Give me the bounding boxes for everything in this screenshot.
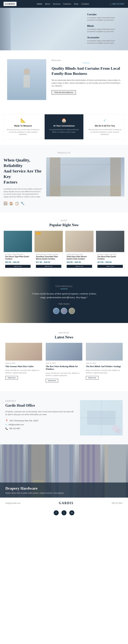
product-icon-3: 📋 [15, 202, 19, 206]
news-img-2 [46, 343, 82, 360]
phone-icon: 📞 [5, 428, 8, 430]
products-title: When Quality, Reliability And Service Ar… [4, 158, 43, 185]
svg-rect-6 [60, 164, 110, 165]
welcome-cta-button[interactable]: Find out more about us [52, 90, 76, 95]
testimonials-section: Testimonials "I chose Gardis because of … [0, 276, 128, 323]
add-to-cart-4[interactable]: Add To Cart [97, 265, 123, 268]
product-info-4: Exclusive Curtains, Valor Elite Zen Nova… [96, 252, 124, 269]
news-body-2: Donec sed odio dui. Cras justo odio, dap… [46, 372, 82, 377]
avatar-2[interactable] [61, 308, 67, 314]
nav-shop[interactable]: Shop [74, 3, 78, 5]
add-to-cart-2[interactable]: Add To Cart [36, 265, 61, 268]
all-icon: ✓ [88, 118, 121, 123]
news-card-2: June 12, 2017 The Best Noise Reducing Bl… [46, 343, 82, 382]
news-body-3: Donec sed odio dui. Cras justo odio, dap… [86, 369, 123, 374]
features-section: 📐 Made To Measure We may have your norma… [0, 109, 128, 145]
logo-area: GARDIS [4, 2, 17, 6]
gallery-subtitle: Nullam dictum felis eu pede mollis preti… [5, 492, 123, 494]
svg-point-12 [115, 428, 121, 434]
contact-phone: 📞 800 123 4567 [5, 428, 75, 430]
product-brand-3: Jayline Brands, Slim Mist [67, 254, 92, 255]
gallery-title: Drapery Hardware [5, 486, 123, 491]
social-linkedin[interactable]: in [69, 510, 74, 515]
news-grid: June 12, 2017 This Seasons Must-Have Sty… [5, 343, 123, 382]
nav-features[interactable]: Features [63, 3, 71, 5]
welcome-image-inner [7, 59, 46, 100]
add-to-cart-3[interactable]: Add To Cart [67, 265, 92, 268]
news-read-more-3[interactable]: Read more [86, 376, 98, 380]
contact-address: 📍 1251 Third Avenue New York, 10010 [5, 420, 75, 422]
welcome-text: Welcome Quality Blinds And Curtains From… [52, 59, 121, 95]
news-read-more-1[interactable]: Read more [5, 376, 18, 380]
testimonials-quote: "I chose Gardis because of their speed o… [29, 292, 99, 300]
products-layout: When Quality, Reliability And Service Ar… [4, 158, 124, 206]
news-section: Archive Latest News June 12, 2017 This S… [0, 323, 128, 391]
shop-section: Shop Popular Right Now Zen Decor, Eige-P… [0, 212, 128, 276]
product-price-4: $27.99 – $29.99 [97, 261, 123, 263]
news-card-1: June 12, 2017 This Seasons Must-Have Sty… [5, 343, 42, 382]
hero-curtains-title: Curtains [87, 13, 123, 16]
product-img-4 [96, 231, 124, 252]
welcome-title: Quality Blinds And Curtains From Local F… [52, 66, 121, 76]
product-name-4: Zen Nova Plain Eyelet Curtains [97, 256, 123, 260]
testimonials-avatars [7, 308, 121, 314]
contact-label: Contact [5, 400, 75, 402]
hero-sidebar: Curtains An extensive range of decorativ… [87, 13, 123, 48]
product-info-3: Jayline Brands, Slim Mist Sofia Eany Pla… [65, 252, 93, 269]
news-title-2: The Best Noise Reducing Blinds for Windo… [46, 365, 82, 371]
convenience-icon: 🏠 [47, 118, 81, 123]
nav-about[interactable]: About [45, 3, 50, 5]
contact-email: ✉ info@yourskte.com [5, 424, 75, 426]
feature-card-all: ✓ We Do It All For You We may have your … [85, 114, 124, 140]
footer-email: info@yourskte.com [5, 502, 21, 504]
email-icon: ✉ [5, 424, 7, 426]
news-label: Archive [5, 332, 123, 334]
shop-title: Popular Right Now [4, 223, 124, 227]
product-price-2: $37.99 – $38.09 [36, 261, 61, 263]
social-facebook[interactable]: f [54, 510, 59, 515]
social-twitter[interactable]: t [62, 510, 66, 515]
product-info-2: Another Brands, Grayzone Curtains Guestl… [35, 252, 63, 269]
location-icon: 📍 [5, 420, 8, 422]
gallery-overlay: Drapery Hardware Nullam dictum felis eu … [0, 482, 128, 498]
contact-body: At Gardis, customers are our first prior… [5, 410, 75, 416]
product-price-3: $49.99 – $50.99 [67, 261, 92, 263]
measure-icon: 📐 [7, 118, 40, 123]
main-nav: Home About Services Features Shop Contac… [37, 3, 89, 5]
products-grid: Zen Decor, Eige-Plain Event Zen Decor, E… [4, 230, 124, 270]
all-title: We Do It All For You [88, 124, 121, 127]
nav-services[interactable]: Services [53, 3, 60, 5]
feature-card-convenience: 🏠 At Your Convenience Our typical lead t… [44, 114, 84, 140]
all-body: We may have your normal needs of setting… [88, 128, 121, 136]
contact-section: Contact Gardis Head Office At Gardis, cu… [0, 391, 128, 444]
product-name-1: Zen Decor, Eige-Plain Eyelet Curtains [5, 256, 31, 260]
product-price-1: $55.99 – $60.99 [5, 261, 31, 263]
svg-point-0 [24, 68, 30, 75]
testimonials-author: Helen Gordon [7, 303, 121, 305]
news-title-1: This Seasons Must-Have Styles [5, 365, 42, 368]
product-img-3 [65, 231, 93, 252]
nav-contacts[interactable]: Contacts [81, 3, 89, 5]
svg-rect-5 [50, 186, 121, 196]
avatar-1[interactable] [53, 308, 59, 314]
news-date-2: June 12, 2017 [46, 362, 82, 364]
add-to-cart-1[interactable]: Add To Cart [5, 265, 31, 268]
nav-home[interactable]: Home [37, 3, 42, 5]
footer-social: f t in [0, 508, 128, 519]
news-img-1 [5, 343, 42, 360]
contact-map [80, 400, 123, 436]
testimonials-label: Testimonials [7, 286, 121, 287]
logo[interactable]: GARDIS [4, 2, 17, 6]
products-icon-grid: 🪟 🏠 📋 🔧 [4, 202, 43, 206]
testimonials-divider [60, 289, 68, 289]
news-read-more-2[interactable]: Read more [46, 379, 58, 382]
gallery-section: Drapery Hardware Nullam dictum felis eu … [0, 444, 128, 498]
welcome-divider [83, 63, 90, 63]
avatar-3[interactable] [69, 308, 75, 314]
product-name-2: Guestline Chocolate Plain Woven Eyelet C… [36, 256, 61, 260]
product-card-3: Jayline Brands, Slim Mist Sofia Eany Pla… [65, 230, 94, 270]
news-title: Latest News [5, 335, 123, 339]
products-image-inner [46, 158, 124, 196]
footer-phone: 800 123 4567 [112, 502, 123, 504]
products-text: When Quality, Reliability And Service Ar… [4, 158, 43, 206]
